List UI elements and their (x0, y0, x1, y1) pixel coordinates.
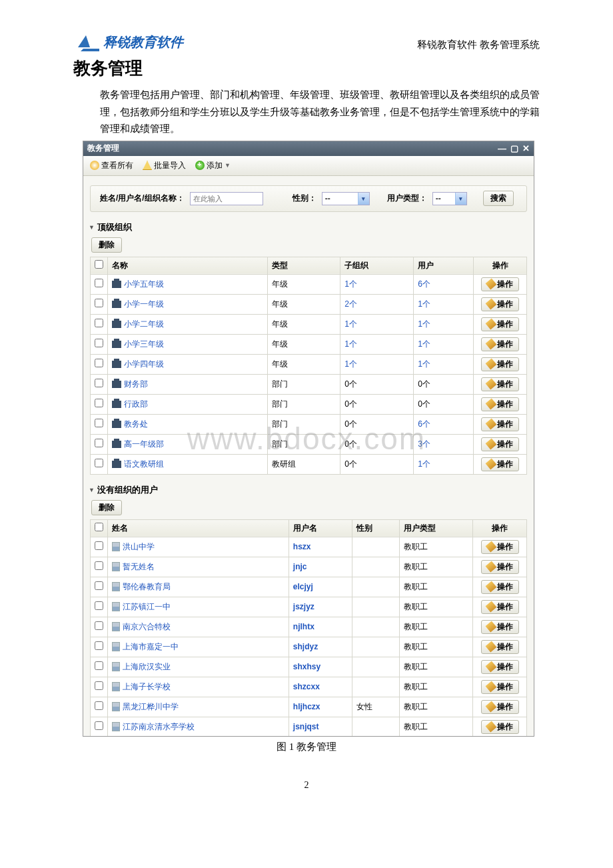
top-orgs-header[interactable]: ▼ 顶级组织 (83, 212, 534, 237)
row-action-button[interactable]: 操作 (481, 317, 519, 331)
row-checkbox[interactable] (91, 334, 108, 354)
row-checkbox[interactable] (91, 454, 108, 474)
row-checkbox[interactable] (91, 717, 108, 736)
org-name-cell[interactable]: 教务处 (108, 414, 268, 434)
row-action-button[interactable]: 操作 (481, 600, 519, 614)
row-checkbox[interactable] (91, 274, 108, 294)
username-cell[interactable]: jsnjqst (289, 717, 352, 736)
sub-org-cell[interactable]: 1个 (340, 274, 414, 294)
row-action-button[interactable]: 操作 (481, 417, 519, 431)
row-checkbox[interactable] (91, 394, 108, 414)
row-checkbox[interactable] (91, 434, 108, 454)
org-name-cell[interactable]: 小学一年级 (108, 294, 268, 314)
user-count-cell[interactable]: 3个 (414, 434, 474, 454)
org-name-cell[interactable]: 高一年级部 (108, 434, 268, 454)
user-name-cell[interactable]: 鄂伦春教育局 (108, 577, 289, 597)
row-action-button[interactable]: 操作 (481, 437, 519, 451)
username-cell[interactable]: njlhtx (289, 617, 352, 637)
row-checkbox[interactable] (91, 597, 108, 617)
user-name-cell[interactable]: 上海欣汉实业 (108, 657, 289, 677)
username-cell[interactable]: hszx (289, 537, 352, 557)
row-checkbox[interactable] (91, 537, 108, 557)
username-cell[interactable]: hljhczx (289, 697, 352, 717)
row-checkbox[interactable] (91, 354, 108, 374)
maximize-icon[interactable]: ▢ (510, 143, 518, 153)
org-name-cell[interactable]: 小学三年级 (108, 334, 268, 354)
sub-org-cell[interactable]: 2个 (340, 294, 414, 314)
username-cell[interactable]: shzcxx (289, 677, 352, 697)
view-all-button[interactable]: 查看所有 (90, 160, 133, 171)
row-checkbox[interactable] (91, 657, 108, 677)
row-action-button[interactable]: 操作 (481, 397, 519, 411)
batch-import-button[interactable]: 批量导入 (143, 160, 186, 171)
user-name-cell[interactable]: 南京六合特校 (108, 617, 289, 637)
username-cell[interactable]: shjdyz (289, 637, 352, 657)
org-name-cell[interactable]: 财务部 (108, 374, 268, 394)
user-name-cell[interactable]: 暂无姓名 (108, 557, 289, 577)
close-icon[interactable]: ✕ (522, 143, 530, 153)
user-name-cell[interactable]: 洪山中学 (108, 537, 289, 557)
row-checkbox[interactable] (91, 577, 108, 597)
row-action-button[interactable]: 操作 (481, 277, 519, 291)
org-name-cell[interactable]: 语文教研组 (108, 454, 268, 474)
row-action-button[interactable]: 操作 (481, 457, 519, 471)
user-name-cell[interactable]: 江苏南京清水亭学校 (108, 717, 289, 736)
row-action-button[interactable]: 操作 (481, 660, 519, 674)
row-action-button[interactable]: 操作 (481, 377, 519, 391)
org-name-cell[interactable]: 小学五年级 (108, 274, 268, 294)
row-action-button[interactable]: 操作 (481, 720, 519, 734)
row-action-button[interactable]: 操作 (481, 337, 519, 351)
name-filter-input[interactable] (190, 192, 263, 205)
row-checkbox[interactable] (91, 374, 108, 394)
user-name-cell[interactable]: 上海市嘉定一中 (108, 637, 289, 657)
row-checkbox[interactable] (91, 637, 108, 657)
org-name-cell[interactable]: 小学二年级 (108, 314, 268, 334)
user-count-cell[interactable]: 1个 (414, 294, 474, 314)
row-checkbox[interactable] (91, 677, 108, 697)
username-cell[interactable]: shxhsy (289, 657, 352, 677)
delete-orgs-button[interactable]: 删除 (91, 237, 122, 253)
row-checkbox[interactable] (91, 697, 108, 717)
row-checkbox[interactable] (91, 314, 108, 334)
sub-org-cell[interactable]: 1个 (340, 354, 414, 374)
row-action-button[interactable]: 操作 (481, 700, 519, 714)
row-action-button[interactable]: 操作 (481, 297, 519, 311)
usertype-select[interactable]: -- ▾ (432, 192, 467, 205)
row-checkbox[interactable] (91, 557, 108, 577)
user-count-cell[interactable]: 1个 (414, 354, 474, 374)
row-checkbox[interactable] (91, 617, 108, 637)
add-button[interactable]: 添加 ▼ (195, 160, 231, 171)
row-action-button[interactable]: 操作 (481, 620, 519, 634)
row-action-button[interactable]: 操作 (481, 560, 519, 574)
user-name-cell[interactable]: 上海子长学校 (108, 677, 289, 697)
row-action-button[interactable]: 操作 (481, 540, 519, 554)
select-all-orgs[interactable] (91, 257, 108, 274)
minimize-icon[interactable]: — (498, 143, 506, 153)
org-name-cell[interactable]: 行政部 (108, 394, 268, 414)
user-count-cell[interactable]: 1个 (414, 314, 474, 334)
user-count-cell[interactable]: 6个 (414, 274, 474, 294)
username-cell[interactable]: jszjyz (289, 597, 352, 617)
content-pane[interactable]: 查看所有 批量导入 添加 ▼ 姓名/用户名/组织名称： 性别： -- (83, 156, 534, 736)
row-action-button[interactable]: 操作 (481, 580, 519, 594)
user-name-cell[interactable]: 江苏镇江一中 (108, 597, 289, 617)
row-checkbox[interactable] (91, 294, 108, 314)
user-count-cell[interactable]: 6个 (414, 414, 474, 434)
select-all-users[interactable] (91, 519, 108, 537)
row-checkbox[interactable] (91, 414, 108, 434)
delete-users-button[interactable]: 删除 (91, 500, 122, 515)
username-cell[interactable]: elcjyj (289, 577, 352, 597)
search-button[interactable]: 搜索 (483, 191, 514, 206)
row-action-button[interactable]: 操作 (481, 357, 519, 371)
org-name-cell[interactable]: 小学四年级 (108, 354, 268, 374)
no-org-users-header[interactable]: ▼ 没有组织的用户 (83, 475, 534, 500)
username-cell[interactable]: jnjc (289, 557, 352, 577)
sub-org-cell[interactable]: 1个 (340, 314, 414, 334)
row-action-button[interactable]: 操作 (481, 680, 519, 694)
user-count-cell[interactable]: 1个 (414, 454, 474, 474)
row-action-button[interactable]: 操作 (481, 640, 519, 654)
gender-select[interactable]: -- ▾ (322, 192, 370, 205)
user-name-cell[interactable]: 黑龙江桦川中学 (108, 697, 289, 717)
sub-org-cell[interactable]: 1个 (340, 334, 414, 354)
user-count-cell[interactable]: 1个 (414, 334, 474, 354)
